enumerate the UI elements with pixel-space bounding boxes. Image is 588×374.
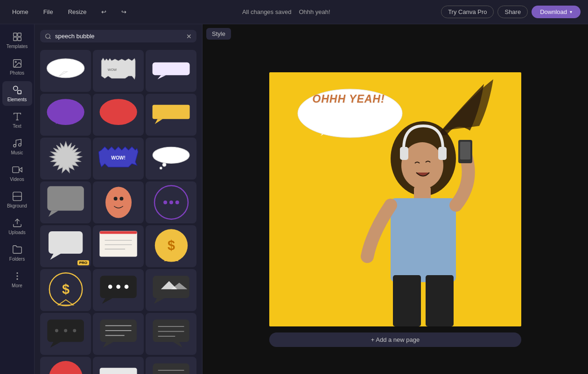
more-label: More <box>12 283 22 288</box>
search-bar: ✕ <box>40 30 196 42</box>
svg-point-40 <box>119 197 123 201</box>
style-button[interactable]: Style <box>206 28 231 40</box>
search-clear-button[interactable]: ✕ <box>186 33 192 40</box>
templates-label: Templates <box>7 44 28 49</box>
svg-point-10 <box>13 145 16 147</box>
folders-label: Folders <box>9 256 25 262</box>
nav-center: All changes saved Ohhh yeah! <box>137 8 435 15</box>
folder-icon <box>12 244 22 255</box>
list-item[interactable]: PRO <box>40 225 91 267</box>
list-item[interactable] <box>40 94 91 136</box>
speech-bubble-paper-red <box>98 229 139 263</box>
uploads-label: Uploads <box>8 230 26 235</box>
svg-point-42 <box>163 201 167 204</box>
add-page-bar: + Add a new page <box>269 332 521 347</box>
canvas-image[interactable]: OHHH YEAH! <box>269 72 521 326</box>
home-button[interactable]: Home <box>7 6 33 18</box>
svg-point-43 <box>169 201 173 204</box>
speech-bubble-mountain-dark <box>151 274 191 306</box>
sidebar-item-music[interactable]: Music <box>2 134 32 159</box>
list-item[interactable] <box>93 225 144 267</box>
photos-label: Photos <box>10 70 24 76</box>
more-icon <box>12 271 22 281</box>
list-item[interactable] <box>40 181 91 223</box>
svg-line-20 <box>49 37 51 39</box>
svg-text:$: $ <box>167 238 175 253</box>
share-button[interactable]: Share <box>497 6 528 18</box>
speech-bubble-white-small <box>45 228 86 264</box>
download-label: Download <box>540 8 567 15</box>
sidebar-item-uploads[interactable]: Uploads <box>2 214 32 239</box>
sidebar-item-background[interactable]: Bkground <box>2 187 32 212</box>
svg-rect-95 <box>391 198 456 282</box>
music-label: Music <box>11 150 23 155</box>
sidebar-item-templates[interactable]: Templates <box>2 28 32 53</box>
speech-bubble-dots-bubble-dark <box>45 318 86 350</box>
image-icon <box>12 58 22 69</box>
sidebar-item-folders[interactable]: Folders <box>2 241 32 265</box>
file-button[interactable]: File <box>39 6 58 18</box>
list-item[interactable] <box>40 138 91 180</box>
svg-marker-46 <box>50 254 61 260</box>
text-label: Text <box>13 124 21 129</box>
icon-bar: Templates Photos Elements Text Music <box>0 24 35 374</box>
list-item[interactable]: $ <box>40 269 91 311</box>
svg-point-5 <box>15 61 16 62</box>
svg-point-82 <box>49 361 83 374</box>
sidebar-item-videos[interactable]: Videos <box>2 161 32 186</box>
list-item[interactable] <box>146 138 196 180</box>
redo-button[interactable]: ↪ <box>117 6 131 18</box>
try-pro-button[interactable]: Try Canva Pro <box>441 6 494 18</box>
svg-point-11 <box>18 144 21 146</box>
list-item[interactable] <box>146 181 196 223</box>
list-item[interactable] <box>146 94 196 136</box>
svg-marker-81 <box>173 342 182 347</box>
svg-point-38 <box>105 187 132 218</box>
list-item[interactable] <box>146 357 196 374</box>
sidebar-item-photos[interactable]: Photos <box>2 55 32 79</box>
list-item[interactable] <box>93 313 144 355</box>
download-button[interactable]: Download ▾ <box>532 6 581 18</box>
svg-point-17 <box>17 276 18 277</box>
sidebar-item-elements[interactable]: Elements <box>2 81 32 106</box>
list-item[interactable]: WOW <box>93 50 144 92</box>
speech-bubble-red-circle <box>47 359 84 374</box>
list-item[interactable] <box>93 269 144 311</box>
svg-point-18 <box>17 279 18 280</box>
speech-bubble-dollar-gold: $ <box>153 228 190 265</box>
list-item[interactable] <box>40 357 91 374</box>
svg-marker-62 <box>102 298 113 304</box>
search-icon <box>45 33 51 40</box>
list-item[interactable] <box>146 50 196 92</box>
list-item[interactable] <box>93 94 144 136</box>
main-layout: Templates Photos Elements Text Music <box>0 24 588 374</box>
list-item[interactable] <box>146 313 196 355</box>
svg-point-35 <box>160 167 162 169</box>
list-item[interactable] <box>146 269 196 311</box>
elements-grid: WOW <box>35 48 202 374</box>
search-input[interactable] <box>55 33 182 40</box>
canvas-wrapper: 🙂 ⧉ ＋ <box>269 72 521 326</box>
list-item[interactable] <box>40 313 91 355</box>
sidebar-item-more[interactable]: More <box>2 267 32 292</box>
canvas-area: Style 🙂 ⧉ ＋ <box>203 24 588 374</box>
sidebar-item-text[interactable]: Text <box>2 108 32 132</box>
list-item[interactable] <box>40 50 91 92</box>
elements-panel: ✕ WOW <box>35 24 203 374</box>
videos-label: Videos <box>10 177 24 182</box>
list-item[interactable]: ... <box>93 357 144 374</box>
svg-rect-3 <box>17 37 21 41</box>
svg-text:WOW!: WOW! <box>111 155 125 160</box>
resize-button[interactable]: Resize <box>63 6 91 18</box>
add-page-button[interactable]: + Add a new page <box>269 332 521 347</box>
list-item[interactable] <box>93 181 144 223</box>
speech-bubble-round-white <box>45 57 86 84</box>
list-item[interactable]: WOW! <box>93 138 144 180</box>
undo-button[interactable]: ↩ <box>97 6 111 18</box>
upload-icon <box>12 218 22 228</box>
list-item[interactable]: $ <box>146 225 196 267</box>
speech-bubble-wow-comic: WOW! <box>98 145 139 172</box>
nav-right: Try Canva Pro Share Download ▾ <box>441 6 581 18</box>
speech-bubble-dots-dark <box>98 274 139 306</box>
svg-point-19 <box>46 34 50 38</box>
